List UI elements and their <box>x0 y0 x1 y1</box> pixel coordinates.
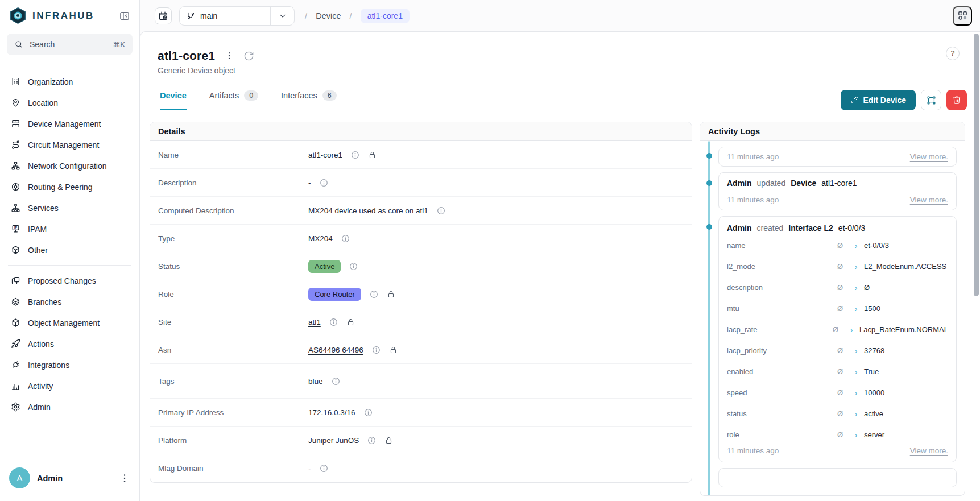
property-new-value: active <box>864 409 948 418</box>
activity-object-link[interactable]: atl1-core1 <box>821 179 857 188</box>
detail-label: Type <box>158 234 308 243</box>
schema-visualizer-button[interactable] <box>953 6 972 26</box>
breadcrumb-device[interactable]: Device <box>316 11 341 20</box>
lock-icon <box>368 151 377 159</box>
platform-link[interactable]: Juniper JunOS <box>308 436 359 445</box>
info-icon[interactable] <box>329 317 338 327</box>
tag-link[interactable]: blue <box>308 377 323 386</box>
cube-icon <box>11 318 20 328</box>
detail-label: Description <box>158 179 308 187</box>
sidebar-item-services[interactable]: Services <box>5 197 135 218</box>
sidebar-item-proposed-changes[interactable]: Proposed Changes <box>5 270 135 291</box>
view-more-link[interactable]: View more. <box>910 152 948 161</box>
refresh-icon[interactable] <box>243 51 254 61</box>
view-more-link[interactable]: View more. <box>910 446 948 455</box>
info-icon[interactable] <box>349 262 358 271</box>
chevron-right-icon: › <box>848 283 864 292</box>
panel-collapse-icon <box>119 10 130 22</box>
sidebar-item-device-management[interactable]: Device Management <box>5 113 135 134</box>
search-placeholder: Search <box>30 40 55 49</box>
sidebar-item-activity[interactable]: Activity <box>5 375 135 396</box>
sidebar-item-label: Other <box>28 246 48 255</box>
sidebar-item-actions[interactable]: Actions <box>5 333 135 354</box>
lock-icon <box>346 318 355 326</box>
detail-row-computed-description: Computed Description MX204 device used a… <box>150 197 692 225</box>
chevron-right-icon: › <box>848 262 864 271</box>
activity-time: 11 minutes ago <box>727 152 779 161</box>
sidebar-item-circuit-management[interactable]: Circuit Management <box>5 134 135 155</box>
info-icon[interactable] <box>371 345 381 355</box>
sidebar-item-integrations[interactable]: Integrations <box>5 354 135 375</box>
branch-selector[interactable]: main <box>179 6 295 26</box>
detail-row-mlag-domain: Mlag Domain - <box>150 454 692 482</box>
hierarchy-icon <box>11 203 20 213</box>
page-title: atl1-core1 <box>158 49 215 63</box>
edit-device-button[interactable]: Edit Device <box>841 90 916 110</box>
chevron-right-icon: › <box>848 409 864 418</box>
detail-row-role: Role Core Router <box>150 280 692 308</box>
topbar: main / Device / atl1-core1 <box>140 0 980 31</box>
activity-timeline: 11 minutes ago View more. Admin updated … <box>700 141 965 495</box>
tab-interfaces[interactable]: Interfaces 6 <box>281 90 337 110</box>
info-icon[interactable] <box>331 376 341 386</box>
chevron-down-icon <box>278 11 287 20</box>
help-button[interactable]: ? <box>946 47 960 60</box>
site-link[interactable]: atl1 <box>308 318 321 326</box>
info-icon[interactable] <box>367 436 377 445</box>
property-old-value: Ø <box>832 262 848 271</box>
detail-row-tags: Tags blue <box>150 364 692 399</box>
info-icon[interactable] <box>363 408 373 417</box>
detail-label: Role <box>158 290 308 299</box>
property-name: role <box>727 430 832 439</box>
breadcrumb: / Device / atl1-core1 <box>305 9 410 23</box>
date-time-button[interactable] <box>155 7 172 24</box>
info-icon[interactable] <box>436 206 446 216</box>
asn-link[interactable]: AS64496 64496 <box>308 346 363 354</box>
sidebar-item-object-management[interactable]: Object Management <box>5 312 135 333</box>
kebab-menu-icon[interactable] <box>119 473 130 484</box>
sidebar-item-branches[interactable]: Branches <box>5 291 135 312</box>
sidebar-collapse-button[interactable] <box>118 9 131 23</box>
edit-device-label: Edit Device <box>863 96 906 105</box>
git-branch-icon <box>187 11 195 20</box>
tab-artifacts[interactable]: Artifacts 0 <box>209 90 258 110</box>
title-kebab-menu-icon[interactable] <box>224 51 234 61</box>
sidebar-item-admin[interactable]: Admin <box>5 396 135 417</box>
primary-ip-link[interactable]: 172.16.0.3/16 <box>308 408 355 417</box>
activity-action: updated <box>757 179 786 188</box>
pencil-icon <box>850 96 858 104</box>
sidebar-item-ipam[interactable]: IP IPAM <box>5 218 135 239</box>
manage-groups-button[interactable] <box>921 90 941 110</box>
user-row[interactable]: A Admin <box>0 458 139 501</box>
sidebar-item-network-configuration[interactable]: Network Configuration <box>5 155 135 176</box>
page-scrollbar <box>972 31 980 501</box>
property-name: enabled <box>727 367 832 376</box>
detail-label: Status <box>158 262 308 271</box>
activity-object-link[interactable]: et-0/0/3 <box>838 223 865 233</box>
activity-actor: Admin <box>727 179 752 188</box>
view-more-link[interactable]: View more. <box>910 196 948 204</box>
sidebar-item-other[interactable]: Other <box>5 239 135 260</box>
info-icon[interactable] <box>369 289 379 299</box>
info-icon[interactable] <box>350 150 360 160</box>
detail-label: Mlag Domain <box>158 464 308 473</box>
sidebar-item-organization[interactable]: Organization <box>5 71 135 92</box>
branch-dropdown-toggle[interactable] <box>270 7 294 25</box>
search-input[interactable]: Search ⌘K <box>7 34 133 55</box>
property-name: status <box>727 409 832 418</box>
property-name: lacp_rate <box>727 325 828 334</box>
info-icon[interactable] <box>341 234 350 243</box>
sidebar-item-routing-peering[interactable]: Routing & Peering <box>5 176 135 197</box>
tab-device[interactable]: Device <box>160 90 187 110</box>
sidebar-item-label: Organization <box>28 77 73 86</box>
detail-value: - <box>308 464 311 473</box>
scrollbar-thumb[interactable] <box>974 34 979 296</box>
sidebar-item-location[interactable]: Location <box>5 92 135 113</box>
breadcrumb-current[interactable]: atl1-core1 <box>361 9 410 23</box>
property-old-value: Ø <box>832 346 848 355</box>
detail-label: Tags <box>158 377 308 386</box>
delete-device-button[interactable] <box>946 90 967 110</box>
property-name: description <box>727 283 832 292</box>
info-icon[interactable] <box>319 178 329 188</box>
info-icon[interactable] <box>319 463 329 473</box>
